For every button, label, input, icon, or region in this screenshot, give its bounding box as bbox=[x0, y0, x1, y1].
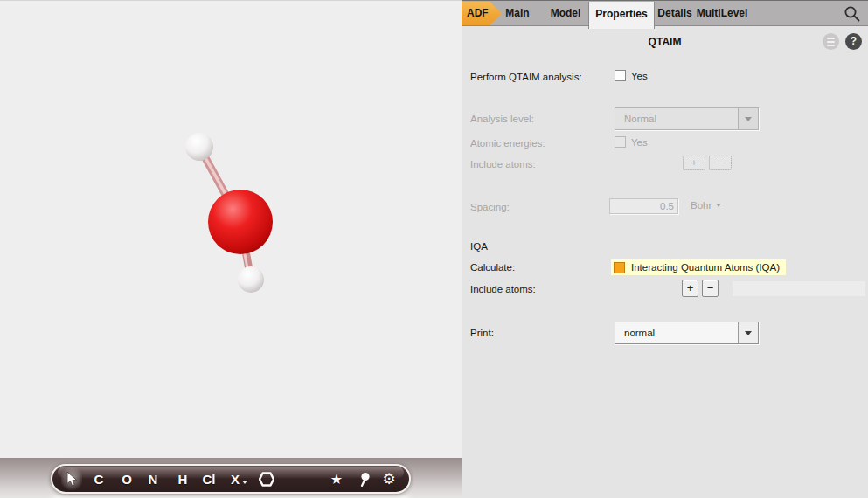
perform-qtaim-checkbox-row: Yes bbox=[615, 70, 648, 81]
print-dropdown[interactable]: normal bbox=[615, 322, 759, 344]
include-atoms-iqa-remove-button[interactable]: − bbox=[702, 280, 719, 297]
question-icon: ? bbox=[851, 35, 857, 47]
print-dropdown-arrow bbox=[738, 322, 758, 343]
analysis-level-dropdown-arrow bbox=[738, 108, 758, 129]
include-atoms-qtaim-remove-button[interactable]: − bbox=[709, 156, 732, 170]
toolbar-reflection bbox=[51, 495, 411, 498]
select-cursor-button[interactable] bbox=[61, 466, 82, 492]
include-atoms-iqa-field[interactable] bbox=[733, 281, 865, 296]
element-button-oxygen[interactable]: O bbox=[116, 466, 137, 492]
properties-panel: ADF Main Model Properties Details MultiL… bbox=[462, 0, 868, 498]
print-label: Print: bbox=[470, 328, 494, 338]
tab-multilevel[interactable]: MultiLevel bbox=[693, 1, 751, 26]
tab-details[interactable]: Details bbox=[657, 1, 692, 26]
help-button[interactable]: ? bbox=[845, 33, 862, 50]
structures-star-button[interactable]: ★ bbox=[326, 466, 347, 492]
atomic-energies-label: Atomic energies: bbox=[470, 138, 545, 149]
tab-model[interactable]: Model bbox=[545, 1, 586, 26]
analysis-level-label: Analysis level: bbox=[470, 114, 534, 124]
water-molecule-model bbox=[0, 1, 462, 458]
analysis-level-dropdown[interactable]: Normal bbox=[615, 107, 759, 130]
chevron-down-icon bbox=[745, 331, 752, 335]
menu-icon bbox=[827, 38, 835, 39]
perform-qtaim-checkbox-label: Yes bbox=[631, 71, 648, 81]
spacing-label: Spacing: bbox=[470, 202, 510, 212]
molecule-viewport[interactable]: C O N H Cl X ★ ⚙ bbox=[0, 0, 462, 498]
include-atoms-qtaim-label: Include atoms: bbox=[470, 159, 536, 169]
star-icon: ★ bbox=[330, 471, 343, 488]
perform-qtaim-label: Perform QTAIM analysis: bbox=[470, 72, 582, 82]
unit-chevron-down-icon bbox=[716, 204, 721, 207]
ring-tool-button[interactable] bbox=[256, 466, 277, 492]
adf-input-window: C O N H Cl X ★ ⚙ bbox=[0, 0, 868, 498]
calculate-label: Calculate: bbox=[470, 262, 515, 273]
hexagon-ring-icon bbox=[259, 472, 274, 487]
spacing-unit-label: Bohr bbox=[691, 200, 712, 211]
tab-main[interactable]: Main bbox=[502, 1, 533, 26]
calculate-option-label: Interacting Quantum Atoms (IQA) bbox=[631, 262, 780, 273]
spacing-input[interactable] bbox=[609, 198, 678, 214]
balloon-icon bbox=[358, 472, 371, 487]
pre-optimizer-button[interactable] bbox=[354, 466, 375, 492]
gear-icon: ⚙ bbox=[382, 470, 395, 488]
chevron-down-icon bbox=[745, 117, 752, 121]
oxygen-atom bbox=[208, 190, 273, 254]
search-button[interactable] bbox=[844, 5, 861, 23]
search-icon bbox=[844, 5, 861, 23]
calculate-iqa-checkbox[interactable] bbox=[614, 262, 625, 273]
include-atoms-iqa-label: Include atoms: bbox=[470, 284, 536, 294]
tab-properties[interactable]: Properties bbox=[588, 2, 655, 29]
analysis-level-value: Normal bbox=[615, 114, 738, 124]
tab-adf[interactable]: ADF bbox=[462, 2, 502, 25]
element-other-chevron-down-icon bbox=[242, 481, 247, 484]
include-atoms-qtaim-add-button[interactable]: + bbox=[683, 156, 705, 170]
atomic-energies-checkbox[interactable] bbox=[615, 136, 626, 148]
atomic-energies-checkbox-row: Yes bbox=[615, 136, 648, 148]
element-button-nitrogen[interactable]: N bbox=[142, 466, 163, 492]
element-button-hydrogen[interactable]: H bbox=[172, 466, 193, 492]
element-toolbar: C O N H Cl X ★ ⚙ bbox=[51, 464, 411, 494]
perform-qtaim-checkbox[interactable] bbox=[615, 70, 626, 81]
element-button-carbon[interactable]: C bbox=[88, 466, 109, 492]
print-value: normal bbox=[615, 328, 738, 338]
settings-button[interactable]: ⚙ bbox=[378, 466, 399, 492]
hydrogen-atom-bottom bbox=[238, 266, 264, 293]
calculate-option-row: Interacting Quantum Atoms (IQA) bbox=[611, 259, 786, 275]
iqa-section-heading: IQA bbox=[470, 241, 488, 252]
element-button-other[interactable]: X bbox=[225, 466, 246, 492]
spacing-unit[interactable]: Bohr bbox=[691, 200, 721, 211]
page-title: QTAIM bbox=[462, 36, 868, 48]
cursor-arrow-icon bbox=[66, 472, 79, 487]
tab-bar: ADF Main Model Properties Details MultiL… bbox=[462, 0, 868, 26]
include-atoms-iqa-add-button[interactable]: + bbox=[682, 280, 698, 297]
hydrogen-atom-top bbox=[185, 133, 213, 161]
atomic-energies-checkbox-label: Yes bbox=[631, 137, 648, 148]
element-button-chlorine[interactable]: Cl bbox=[198, 466, 219, 492]
panel-menu-button[interactable] bbox=[823, 33, 839, 50]
